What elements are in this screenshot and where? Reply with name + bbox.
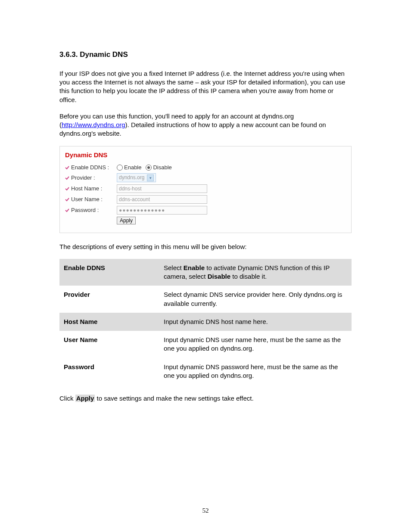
document-page: 3.6.3. Dynamic DNS If your ISP does not … [0, 0, 411, 532]
radio-disable-label: Disable [153, 164, 171, 171]
row-password: Password : [65, 206, 346, 215]
setting-desc: Select dynamic DNS service provider here… [159, 286, 352, 313]
closing-post: to save settings and make the new settin… [95, 395, 253, 402]
apply-inline-highlight: Apply [75, 395, 95, 402]
setting-desc: Input dynamic DNS password here, must be… [159, 358, 352, 385]
host-name-input[interactable] [117, 184, 207, 193]
provider-label: Provider : [65, 174, 117, 182]
bullet-icon [65, 208, 69, 212]
password-input[interactable] [117, 206, 207, 215]
enable-ddns-label-text: Enable DDNS : [71, 164, 109, 171]
radio-icon [146, 165, 152, 171]
chevron-down-icon: ▾ [147, 174, 154, 181]
setting-desc: Select Enable to activate Dynamic DNS fu… [159, 259, 352, 286]
row-provider: Provider : dyndns.org ▾ [65, 173, 346, 182]
panel-title: Dynamic DNS [65, 151, 346, 159]
bullet-icon [65, 176, 69, 180]
host-name-label-text: Host Name : [71, 185, 102, 193]
table-row: Enable DDNS Select Enable to activate Dy… [59, 259, 352, 286]
radio-enable-label: Enable [124, 164, 141, 171]
page-number: 52 [0, 506, 411, 515]
row-apply: Apply [65, 217, 346, 224]
setting-name: User Name [59, 331, 159, 358]
provider-label-text: Provider : [71, 174, 95, 182]
radio-disable[interactable]: Disable [146, 164, 171, 171]
intro-paragraph-2: Before you can use this function, you'll… [59, 112, 352, 138]
table-row: Host Name Input dynamic DNS host name he… [59, 313, 352, 331]
setting-desc: Input dynamic DNS host name here. [159, 313, 352, 331]
table-row: User Name Input dynamic DNS user name he… [59, 331, 352, 358]
enable-ddns-field: Enable Disable [117, 164, 172, 171]
setting-name: Provider [59, 286, 159, 313]
settings-description-table: Enable DDNS Select Enable to activate Dy… [59, 259, 352, 385]
bullet-icon [65, 187, 69, 191]
closing-pre: Click [59, 395, 75, 402]
setting-name: Enable DDNS [59, 259, 159, 286]
dynamic-dns-config-panel: Dynamic DNS Enable DDNS : Enable Disable [59, 146, 352, 233]
user-name-input[interactable] [117, 195, 207, 204]
radio-icon [117, 165, 123, 171]
password-label: Password : [65, 206, 117, 214]
dyndns-link[interactable]: http://www.dyndns.org [62, 121, 125, 128]
table-row: Password Input dynamic DNS password here… [59, 358, 352, 385]
setting-desc: Input dynamic DNS user name here, must b… [159, 331, 352, 358]
row-host-name: Host Name : [65, 184, 346, 193]
user-name-label: User Name : [65, 196, 117, 203]
closing-instruction: Click Apply to save settings and make th… [59, 394, 352, 403]
host-name-label: Host Name : [65, 185, 117, 193]
radio-enable[interactable]: Enable [117, 164, 141, 171]
bullet-icon [65, 197, 69, 202]
user-name-label-text: User Name : [71, 196, 103, 203]
password-label-text: Password : [71, 206, 99, 214]
bullet-icon [65, 165, 69, 170]
row-user-name: User Name : [65, 195, 346, 204]
provider-select[interactable]: dyndns.org ▾ [117, 173, 156, 182]
row-enable-ddns: Enable DDNS : Enable Disable [65, 164, 346, 171]
provider-select-value: dyndns.org [119, 174, 144, 181]
descriptions-intro: The descriptions of every setting in thi… [59, 243, 352, 251]
table-row: Provider Select dynamic DNS service prov… [59, 286, 352, 313]
section-heading: 3.6.3. Dynamic DNS [59, 50, 352, 60]
apply-button[interactable]: Apply [117, 217, 136, 224]
intro-paragraph-1: If your ISP does not give you a fixed In… [59, 69, 352, 104]
setting-name: Password [59, 358, 159, 385]
enable-ddns-label: Enable DDNS : [65, 164, 117, 171]
setting-name: Host Name [59, 313, 159, 331]
